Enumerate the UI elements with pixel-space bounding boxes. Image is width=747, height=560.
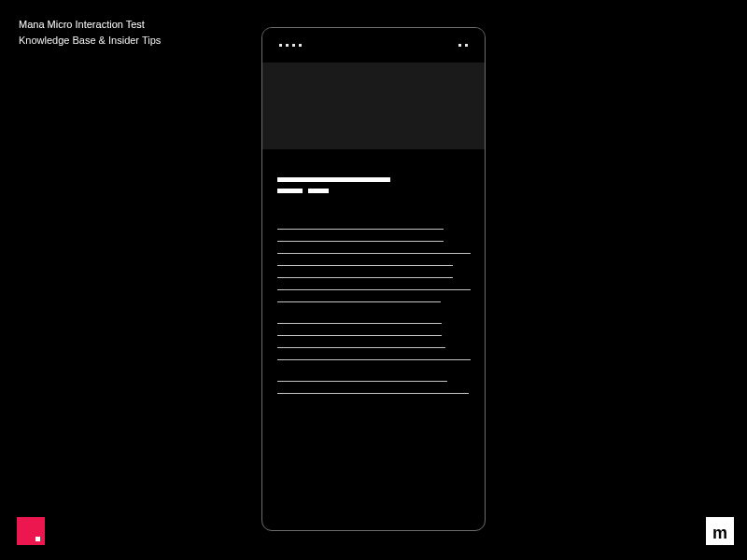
brand-logo-right-icon: m bbox=[706, 517, 734, 545]
body-paragraph bbox=[277, 381, 470, 394]
article-content bbox=[262, 149, 485, 394]
title-line-placeholder bbox=[277, 189, 303, 193]
body-paragraph bbox=[277, 323, 470, 360]
text-line-placeholder bbox=[277, 301, 441, 302]
title-line-placeholder bbox=[277, 177, 390, 182]
brand-logo-letter: m bbox=[712, 522, 727, 540]
title-line-placeholder bbox=[308, 189, 329, 193]
text-line-placeholder bbox=[277, 241, 444, 242]
text-line-placeholder bbox=[277, 289, 471, 290]
brand-logo-left-icon bbox=[17, 517, 45, 545]
status-dots-left-icon bbox=[279, 44, 302, 47]
text-line-placeholder bbox=[277, 277, 453, 278]
text-line-placeholder bbox=[277, 265, 453, 266]
text-line-placeholder bbox=[277, 229, 444, 230]
text-line-placeholder bbox=[277, 393, 469, 394]
article-title bbox=[277, 177, 470, 193]
header-subtitle: Knowledge Base & Insider Tips bbox=[19, 33, 161, 49]
body-paragraph bbox=[277, 229, 470, 302]
text-line-placeholder bbox=[277, 381, 447, 382]
header-text: Mana Micro Interaction Test Knowledge Ba… bbox=[19, 17, 161, 49]
status-dots-right-icon bbox=[458, 44, 468, 47]
text-line-placeholder bbox=[277, 335, 442, 336]
header-title: Mana Micro Interaction Test bbox=[19, 17, 161, 33]
text-line-placeholder bbox=[277, 253, 471, 254]
device-status-bar bbox=[262, 28, 485, 63]
device-frame bbox=[261, 27, 486, 531]
text-line-placeholder bbox=[277, 359, 471, 360]
text-line-placeholder bbox=[277, 323, 442, 324]
text-line-placeholder bbox=[277, 347, 445, 348]
hero-image-placeholder bbox=[262, 63, 485, 149]
